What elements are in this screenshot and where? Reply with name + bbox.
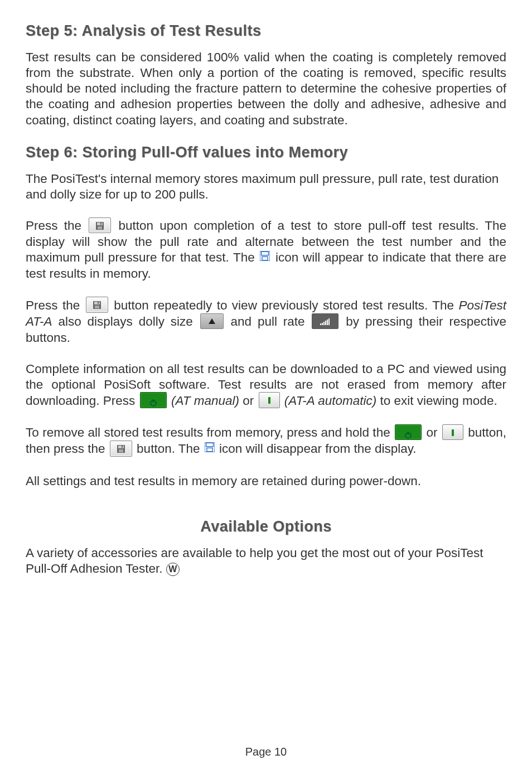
text: (AT manual) xyxy=(171,394,239,408)
svg-rect-25 xyxy=(122,446,123,448)
svg-rect-5 xyxy=(262,252,269,255)
text: also displays dolly size xyxy=(58,315,199,328)
step6-para3: Complete information on all test results… xyxy=(26,361,506,409)
svg-rect-3 xyxy=(100,222,101,225)
text: button. The xyxy=(137,442,204,456)
text: Press the xyxy=(26,298,85,312)
dolly-size-button-icon xyxy=(200,313,224,330)
options-heading: Available Options xyxy=(26,518,506,535)
text: icon will disappear from the display. xyxy=(219,442,417,456)
step6-para1: Press the button upon completion of a te… xyxy=(26,218,506,282)
text: or xyxy=(243,394,257,408)
svg-rect-1 xyxy=(97,222,103,225)
stop-button-icon xyxy=(442,424,463,441)
page-number: Page 10 xyxy=(0,746,532,758)
svg-rect-17 xyxy=(328,318,330,325)
step5-heading: Step 5: Analysis of Test Results xyxy=(26,22,506,40)
text: to exit viewing mode. xyxy=(380,394,497,408)
svg-rect-8 xyxy=(94,302,100,304)
svg-rect-2 xyxy=(98,226,102,229)
svg-rect-9 xyxy=(95,306,99,308)
text: or xyxy=(426,425,441,439)
step6-heading: Step 6: Storing Pull-Off values into Mem… xyxy=(26,144,506,161)
pull-rate-button-icon xyxy=(312,313,338,330)
save-button-icon xyxy=(89,217,111,234)
step6-para4: To remove all stored test results from m… xyxy=(26,425,506,458)
svg-marker-11 xyxy=(209,318,215,324)
page-container: Step 5: Analysis of Test Results Test re… xyxy=(0,0,532,774)
options-text: A variety of accessories are available t… xyxy=(26,545,506,577)
svg-rect-13 xyxy=(322,323,323,325)
svg-rect-27 xyxy=(206,443,213,446)
save-button-icon xyxy=(110,441,132,457)
svg-rect-6 xyxy=(262,257,268,260)
text: A variety of accessories are available t… xyxy=(26,546,483,575)
memory-icon xyxy=(260,249,270,265)
memory-icon xyxy=(205,441,215,456)
svg-rect-15 xyxy=(325,321,326,325)
text: (AT-A automatic) xyxy=(284,394,376,408)
step5-text: Test results can be considered 100% vali… xyxy=(26,50,506,128)
svg-rect-28 xyxy=(207,448,212,451)
text: To remove all stored test results from m… xyxy=(26,425,394,439)
stop-button-icon xyxy=(259,392,280,408)
svg-rect-23 xyxy=(118,446,124,448)
power-button-icon xyxy=(395,424,422,441)
svg-rect-10 xyxy=(98,302,99,304)
text: and pull rate xyxy=(231,315,311,328)
w-symbol-icon: W xyxy=(166,563,180,576)
svg-rect-16 xyxy=(327,320,328,325)
save-button-icon xyxy=(86,297,108,313)
step6-para5: All settings and test results in memory … xyxy=(26,473,506,489)
text: Press the xyxy=(26,219,88,233)
svg-rect-24 xyxy=(119,449,123,452)
power-button-icon xyxy=(140,392,167,408)
step6-para2: Press the button repeatedly to view prev… xyxy=(26,298,506,346)
svg-rect-12 xyxy=(320,323,321,325)
text: button repeatedly to view previously sto… xyxy=(114,298,458,312)
svg-rect-14 xyxy=(323,322,325,325)
step6-intro: The PosiTest's internal memory stores ma… xyxy=(26,171,506,202)
